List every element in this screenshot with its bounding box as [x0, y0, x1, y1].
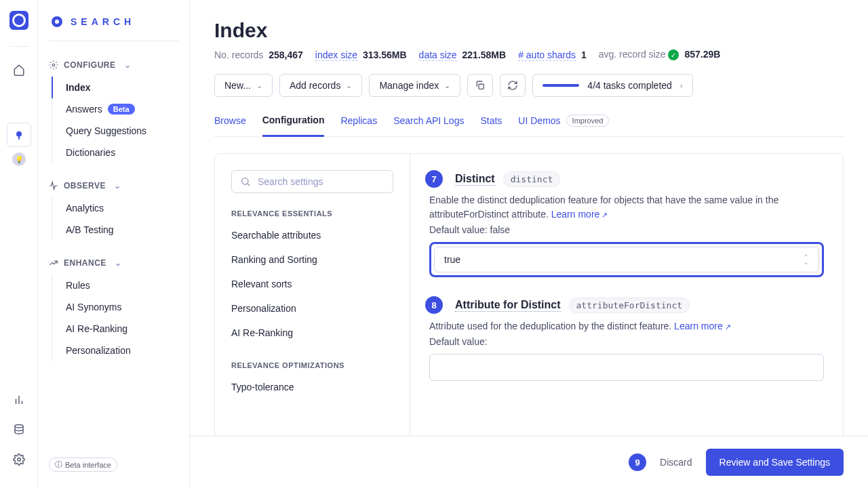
settings-icon[interactable] [7, 447, 31, 472]
chevron-down-icon: ⌄ [115, 258, 122, 268]
database-icon[interactable] [7, 418, 31, 442]
svg-point-3 [52, 64, 55, 66]
sidebar-item-ai-reranking[interactable]: AI Re-Ranking [52, 318, 178, 340]
main-area: Index No. records 258,467 index size 313… [190, 0, 868, 488]
chevron-down-icon: ⌄ [114, 181, 121, 190]
sidebar-item-answers[interactable]: AnswersBeta [52, 98, 178, 120]
copy-icon [475, 80, 486, 91]
sidebar-item-index[interactable]: Index [52, 77, 178, 98]
beta-interface-chip[interactable]: Beta interface [49, 458, 117, 472]
group-configure[interactable]: CONFIGURE ⌄ [49, 60, 178, 70]
tab-stats[interactable]: Stats [480, 110, 502, 136]
pulse-icon [49, 181, 58, 190]
cat-searchable-attributes[interactable]: Searchable attributes [231, 223, 393, 247]
stat-data-size[interactable]: data size 221.58MB [419, 49, 507, 60]
svg-rect-4 [479, 84, 484, 89]
refresh-icon [507, 80, 518, 91]
stat-records: No. records 258,467 [214, 49, 303, 60]
tabs: Browse Configuration Replicas Search API… [214, 110, 844, 137]
attribute-for-distinct-input[interactable] [429, 354, 824, 381]
step-badge-9: 9 [629, 453, 646, 471]
group-observe[interactable]: OBSERVE ⌄ [49, 181, 178, 190]
group-enhance[interactable]: ENHANCE ⌄ [49, 258, 178, 268]
search-pin-icon [52, 16, 62, 27]
cat-relevant-sorts[interactable]: Relevant sorts [231, 272, 393, 296]
search-icon [240, 176, 251, 187]
sidebar-item-rules[interactable]: Rules [52, 274, 178, 296]
search-settings-input-wrap[interactable] [231, 170, 393, 193]
new-button[interactable]: New...⌄ [214, 74, 273, 97]
tab-browse[interactable]: Browse [214, 110, 246, 136]
manage-index-button[interactable]: Manage index⌄ [369, 74, 460, 97]
sidebar-item-dictionaries[interactable]: Dictionaries [52, 142, 178, 163]
setting-default: Default value: [429, 336, 824, 347]
distinct-select-highlight: true ⌃⌄ [429, 242, 824, 277]
improved-chip: Improved [566, 115, 610, 127]
copy-button[interactable] [467, 74, 493, 97]
stat-avg-size: avg. record size ✓857.29B [599, 49, 721, 60]
stat-shards[interactable]: # auto shards 1 [518, 49, 587, 60]
add-records-button[interactable]: Add records⌄ [279, 74, 362, 97]
progress-bar [542, 84, 579, 87]
sidebar-item-ai-synonyms[interactable]: AI Synonyms [52, 296, 178, 318]
toolbar: New...⌄ Add records⌄ Manage index⌄ 4/4 t… [214, 74, 844, 97]
learn-more-link[interactable]: Learn more [674, 321, 731, 331]
chevron-down-icon: ⌄ [346, 81, 352, 90]
cat-ai-reranking[interactable]: AI Re-Ranking [231, 321, 393, 345]
svg-point-0 [16, 131, 22, 137]
search-rail-icon[interactable] [7, 123, 31, 147]
tab-search-api-logs[interactable]: Search API Logs [393, 110, 464, 136]
stat-index-size[interactable]: index size 313.56MB [315, 49, 407, 60]
step-badge-7: 7 [425, 170, 443, 188]
content-scroll: Index No. records 258,467 index size 313… [190, 0, 868, 436]
setting-title: Attribute for Distinct [455, 299, 561, 312]
hint-icon[interactable]: 💡 [12, 152, 26, 166]
brand-logo[interactable] [9, 11, 28, 30]
home-icon[interactable] [7, 58, 31, 82]
chevron-down-icon: ⌄ [256, 81, 262, 90]
step-badge-8: 8 [425, 296, 443, 314]
svg-point-5 [242, 178, 248, 184]
search-settings-input[interactable] [258, 176, 384, 187]
chevron-right-icon: › [680, 81, 683, 89]
learn-more-link[interactable]: Learn more [551, 209, 608, 220]
gear-icon [49, 60, 58, 70]
tab-configuration[interactable]: Configuration [262, 110, 325, 137]
distinct-select[interactable]: true ⌃⌄ [434, 247, 819, 272]
discard-button[interactable]: Discard [660, 457, 692, 468]
setting-description: Attribute used for the deduplication by … [429, 319, 824, 333]
tab-replicas[interactable]: Replicas [340, 110, 377, 136]
sidebar-divider [49, 41, 178, 41]
cat-typo-tolerance[interactable]: Typo-tolerance [231, 375, 393, 399]
group-observe-items: Analytics A/B Testing [52, 197, 178, 241]
footer-bar: 9 Discard Review and Save Settings [190, 436, 868, 488]
group-enhance-items: Rules AI Synonyms AI Re-Ranking Personal… [52, 274, 178, 361]
review-save-button[interactable]: Review and Save Settings [706, 449, 844, 476]
sidebar-item-ab-testing[interactable]: A/B Testing [52, 219, 178, 241]
setting-default: Default value: false [429, 224, 824, 235]
tab-ui-demos[interactable]: UI DemosImproved [518, 110, 609, 136]
category-header: RELEVANCE ESSENTIALS [231, 209, 393, 218]
icon-rail: 💡 [0, 0, 38, 488]
select-value: true [444, 254, 460, 265]
cat-ranking-sorting[interactable]: Ranking and Sorting [231, 247, 393, 272]
analytics-icon[interactable] [7, 388, 31, 412]
cat-personalization[interactable]: Personalization [231, 296, 393, 321]
sidebar-item-query-suggestions[interactable]: Query Suggestions [52, 120, 178, 142]
sidebar-item-analytics[interactable]: Analytics [52, 197, 178, 219]
config-main: 7 Distinct distinct Enable the distinct … [410, 154, 843, 436]
setting-distinct: 7 Distinct distinct Enable the distinct … [429, 170, 824, 277]
group-label: CONFIGURE [64, 60, 116, 70]
sidebar-item-personalization[interactable]: Personalization [52, 340, 178, 361]
svg-point-2 [17, 458, 20, 462]
config-sidebar: RELEVANCE ESSENTIALS Searchable attribut… [215, 154, 410, 436]
group-label: ENHANCE [64, 258, 106, 268]
group-label: OBSERVE [64, 181, 106, 190]
tasks-button[interactable]: 4/4 tasks completed› [532, 74, 692, 97]
config-panel: RELEVANCE ESSENTIALS Searchable attribut… [214, 153, 844, 436]
trend-icon [49, 258, 58, 268]
setting-title: Distinct [455, 173, 495, 186]
refresh-button[interactable] [500, 74, 526, 97]
stepper-icon: ⌃⌄ [804, 254, 809, 265]
beta-badge: Beta [108, 104, 135, 115]
